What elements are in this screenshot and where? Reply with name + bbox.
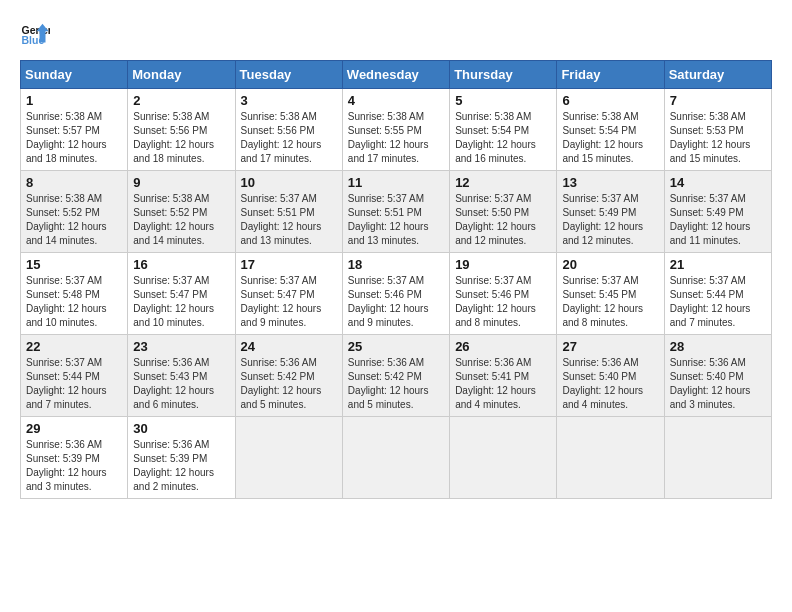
day-number: 21 (670, 257, 766, 272)
day-info: Sunrise: 5:36 AM Sunset: 5:42 PM Dayligh… (241, 356, 337, 412)
day-info: Sunrise: 5:37 AM Sunset: 5:49 PM Dayligh… (670, 192, 766, 248)
calendar-cell: 14Sunrise: 5:37 AM Sunset: 5:49 PM Dayli… (664, 171, 771, 253)
day-number: 18 (348, 257, 444, 272)
calendar-week-3: 15Sunrise: 5:37 AM Sunset: 5:48 PM Dayli… (21, 253, 772, 335)
calendar-cell: 3Sunrise: 5:38 AM Sunset: 5:56 PM Daylig… (235, 89, 342, 171)
day-info: Sunrise: 5:38 AM Sunset: 5:52 PM Dayligh… (133, 192, 229, 248)
day-info: Sunrise: 5:37 AM Sunset: 5:44 PM Dayligh… (26, 356, 122, 412)
calendar-cell: 4Sunrise: 5:38 AM Sunset: 5:55 PM Daylig… (342, 89, 449, 171)
day-info: Sunrise: 5:37 AM Sunset: 5:47 PM Dayligh… (133, 274, 229, 330)
calendar-cell: 10Sunrise: 5:37 AM Sunset: 5:51 PM Dayli… (235, 171, 342, 253)
day-info: Sunrise: 5:37 AM Sunset: 5:50 PM Dayligh… (455, 192, 551, 248)
day-info: Sunrise: 5:38 AM Sunset: 5:54 PM Dayligh… (562, 110, 658, 166)
day-number: 6 (562, 93, 658, 108)
day-number: 16 (133, 257, 229, 272)
logo-icon: General Blue (20, 20, 50, 50)
calendar-cell: 13Sunrise: 5:37 AM Sunset: 5:49 PM Dayli… (557, 171, 664, 253)
day-header-friday: Friday (557, 61, 664, 89)
day-info: Sunrise: 5:38 AM Sunset: 5:56 PM Dayligh… (241, 110, 337, 166)
calendar-cell (664, 417, 771, 499)
calendar-cell: 8Sunrise: 5:38 AM Sunset: 5:52 PM Daylig… (21, 171, 128, 253)
day-number: 1 (26, 93, 122, 108)
day-header-thursday: Thursday (450, 61, 557, 89)
calendar-cell: 7Sunrise: 5:38 AM Sunset: 5:53 PM Daylig… (664, 89, 771, 171)
day-number: 20 (562, 257, 658, 272)
calendar-cell: 24Sunrise: 5:36 AM Sunset: 5:42 PM Dayli… (235, 335, 342, 417)
day-number: 15 (26, 257, 122, 272)
day-number: 30 (133, 421, 229, 436)
calendar-cell: 26Sunrise: 5:36 AM Sunset: 5:41 PM Dayli… (450, 335, 557, 417)
day-number: 13 (562, 175, 658, 190)
calendar-cell: 15Sunrise: 5:37 AM Sunset: 5:48 PM Dayli… (21, 253, 128, 335)
calendar-cell: 25Sunrise: 5:36 AM Sunset: 5:42 PM Dayli… (342, 335, 449, 417)
calendar-cell: 1Sunrise: 5:38 AM Sunset: 5:57 PM Daylig… (21, 89, 128, 171)
day-info: Sunrise: 5:37 AM Sunset: 5:48 PM Dayligh… (26, 274, 122, 330)
calendar-cell: 27Sunrise: 5:36 AM Sunset: 5:40 PM Dayli… (557, 335, 664, 417)
calendar-cell: 22Sunrise: 5:37 AM Sunset: 5:44 PM Dayli… (21, 335, 128, 417)
day-info: Sunrise: 5:37 AM Sunset: 5:44 PM Dayligh… (670, 274, 766, 330)
day-info: Sunrise: 5:38 AM Sunset: 5:55 PM Dayligh… (348, 110, 444, 166)
day-info: Sunrise: 5:37 AM Sunset: 5:51 PM Dayligh… (241, 192, 337, 248)
calendar-cell: 11Sunrise: 5:37 AM Sunset: 5:51 PM Dayli… (342, 171, 449, 253)
day-number: 17 (241, 257, 337, 272)
day-number: 11 (348, 175, 444, 190)
day-info: Sunrise: 5:36 AM Sunset: 5:40 PM Dayligh… (670, 356, 766, 412)
day-info: Sunrise: 5:38 AM Sunset: 5:56 PM Dayligh… (133, 110, 229, 166)
calendar-cell: 20Sunrise: 5:37 AM Sunset: 5:45 PM Dayli… (557, 253, 664, 335)
day-number: 9 (133, 175, 229, 190)
day-number: 5 (455, 93, 551, 108)
day-info: Sunrise: 5:38 AM Sunset: 5:52 PM Dayligh… (26, 192, 122, 248)
day-number: 25 (348, 339, 444, 354)
calendar-week-2: 8Sunrise: 5:38 AM Sunset: 5:52 PM Daylig… (21, 171, 772, 253)
calendar-cell (557, 417, 664, 499)
day-info: Sunrise: 5:37 AM Sunset: 5:51 PM Dayligh… (348, 192, 444, 248)
day-number: 19 (455, 257, 551, 272)
day-number: 27 (562, 339, 658, 354)
day-info: Sunrise: 5:36 AM Sunset: 5:39 PM Dayligh… (26, 438, 122, 494)
calendar-cell: 16Sunrise: 5:37 AM Sunset: 5:47 PM Dayli… (128, 253, 235, 335)
logo: General Blue (20, 20, 50, 50)
calendar-week-4: 22Sunrise: 5:37 AM Sunset: 5:44 PM Dayli… (21, 335, 772, 417)
day-info: Sunrise: 5:38 AM Sunset: 5:57 PM Dayligh… (26, 110, 122, 166)
day-number: 3 (241, 93, 337, 108)
day-info: Sunrise: 5:36 AM Sunset: 5:39 PM Dayligh… (133, 438, 229, 494)
calendar-header: SundayMondayTuesdayWednesdayThursdayFrid… (21, 61, 772, 89)
calendar-cell: 18Sunrise: 5:37 AM Sunset: 5:46 PM Dayli… (342, 253, 449, 335)
day-number: 23 (133, 339, 229, 354)
day-info: Sunrise: 5:36 AM Sunset: 5:42 PM Dayligh… (348, 356, 444, 412)
day-number: 4 (348, 93, 444, 108)
calendar-week-1: 1Sunrise: 5:38 AM Sunset: 5:57 PM Daylig… (21, 89, 772, 171)
day-info: Sunrise: 5:37 AM Sunset: 5:45 PM Dayligh… (562, 274, 658, 330)
day-info: Sunrise: 5:36 AM Sunset: 5:41 PM Dayligh… (455, 356, 551, 412)
calendar-cell: 6Sunrise: 5:38 AM Sunset: 5:54 PM Daylig… (557, 89, 664, 171)
calendar-cell: 12Sunrise: 5:37 AM Sunset: 5:50 PM Dayli… (450, 171, 557, 253)
day-info: Sunrise: 5:37 AM Sunset: 5:49 PM Dayligh… (562, 192, 658, 248)
calendar-cell: 30Sunrise: 5:36 AM Sunset: 5:39 PM Dayli… (128, 417, 235, 499)
day-info: Sunrise: 5:38 AM Sunset: 5:53 PM Dayligh… (670, 110, 766, 166)
day-info: Sunrise: 5:37 AM Sunset: 5:47 PM Dayligh… (241, 274, 337, 330)
calendar-cell (450, 417, 557, 499)
calendar-cell: 21Sunrise: 5:37 AM Sunset: 5:44 PM Dayli… (664, 253, 771, 335)
day-number: 29 (26, 421, 122, 436)
day-header-monday: Monday (128, 61, 235, 89)
day-number: 26 (455, 339, 551, 354)
day-number: 2 (133, 93, 229, 108)
day-number: 22 (26, 339, 122, 354)
day-header-sunday: Sunday (21, 61, 128, 89)
day-number: 24 (241, 339, 337, 354)
day-number: 14 (670, 175, 766, 190)
day-number: 28 (670, 339, 766, 354)
calendar-cell: 28Sunrise: 5:36 AM Sunset: 5:40 PM Dayli… (664, 335, 771, 417)
calendar-cell: 9Sunrise: 5:38 AM Sunset: 5:52 PM Daylig… (128, 171, 235, 253)
day-info: Sunrise: 5:37 AM Sunset: 5:46 PM Dayligh… (348, 274, 444, 330)
calendar-cell: 19Sunrise: 5:37 AM Sunset: 5:46 PM Dayli… (450, 253, 557, 335)
calendar-cell (342, 417, 449, 499)
calendar-cell: 2Sunrise: 5:38 AM Sunset: 5:56 PM Daylig… (128, 89, 235, 171)
day-number: 10 (241, 175, 337, 190)
calendar-cell: 17Sunrise: 5:37 AM Sunset: 5:47 PM Dayli… (235, 253, 342, 335)
day-info: Sunrise: 5:37 AM Sunset: 5:46 PM Dayligh… (455, 274, 551, 330)
day-info: Sunrise: 5:36 AM Sunset: 5:40 PM Dayligh… (562, 356, 658, 412)
calendar-cell: 29Sunrise: 5:36 AM Sunset: 5:39 PM Dayli… (21, 417, 128, 499)
calendar-cell: 23Sunrise: 5:36 AM Sunset: 5:43 PM Dayli… (128, 335, 235, 417)
day-number: 7 (670, 93, 766, 108)
